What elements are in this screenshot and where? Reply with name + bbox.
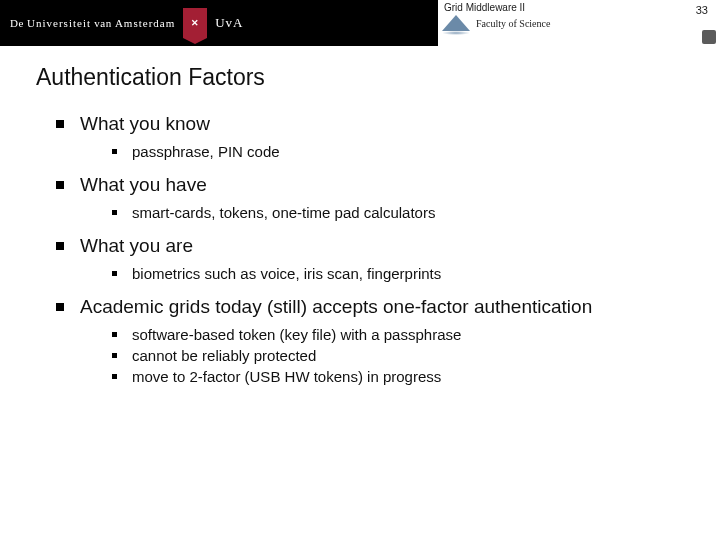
- bullet-list: What you know passphrase, PIN code What …: [36, 113, 684, 385]
- bullet-item: Academic grids today (still) accepts one…: [56, 296, 684, 385]
- sub-item: passphrase, PIN code: [112, 143, 684, 160]
- faculty-row: Faculty of Science: [438, 15, 720, 31]
- slide-title: Authentication Factors: [36, 64, 684, 91]
- brand-post: van: [94, 17, 111, 29]
- brand-text: De Universiteit van Amsterdam: [10, 17, 175, 29]
- corner-badge-icon: [702, 30, 716, 44]
- brand-pre: De: [10, 17, 24, 29]
- sub-list: software-based token (key file) with a p…: [80, 326, 684, 385]
- faculty-label: Faculty of Science: [476, 18, 550, 29]
- uva-wordmark: UvA: [215, 15, 243, 31]
- sub-item: cannot be reliably protected: [112, 347, 684, 364]
- sub-item: smart-cards, tokens, one-time pad calcul…: [112, 204, 684, 221]
- brand-bar: De Universiteit van Amsterdam ✕ UvA: [0, 0, 438, 46]
- sub-list: biometrics such as voice, iris scan, fin…: [80, 265, 684, 282]
- sub-list: passphrase, PIN code: [80, 143, 684, 160]
- brand-city: Amsterdam: [115, 17, 175, 29]
- slide-content: Authentication Factors What you know pas…: [0, 46, 720, 385]
- pyramid-icon: [442, 15, 470, 31]
- bullet-text: What you have: [80, 174, 207, 195]
- bullet-text: Academic grids today (still) accepts one…: [80, 296, 592, 317]
- bullet-text: What you are: [80, 235, 193, 256]
- slide-header: De Universiteit van Amsterdam ✕ UvA Grid…: [0, 0, 720, 46]
- sub-list: smart-cards, tokens, one-time pad calcul…: [80, 204, 684, 221]
- sub-item: move to 2-factor (USB HW tokens) in prog…: [112, 368, 684, 385]
- crest-icon: ✕: [183, 8, 207, 38]
- header-right: Grid Middleware II Faculty of Science: [438, 0, 720, 46]
- course-title: Grid Middleware II: [438, 0, 720, 15]
- bullet-item: What you have smart-cards, tokens, one-t…: [56, 174, 684, 221]
- bullet-item: What you know passphrase, PIN code: [56, 113, 684, 160]
- sub-item: biometrics such as voice, iris scan, fin…: [112, 265, 684, 282]
- bullet-item: What you are biometrics such as voice, i…: [56, 235, 684, 282]
- sub-item: software-based token (key file) with a p…: [112, 326, 684, 343]
- brand-mid: Universiteit: [27, 17, 91, 29]
- slide-number: 33: [696, 4, 708, 16]
- bullet-text: What you know: [80, 113, 210, 134]
